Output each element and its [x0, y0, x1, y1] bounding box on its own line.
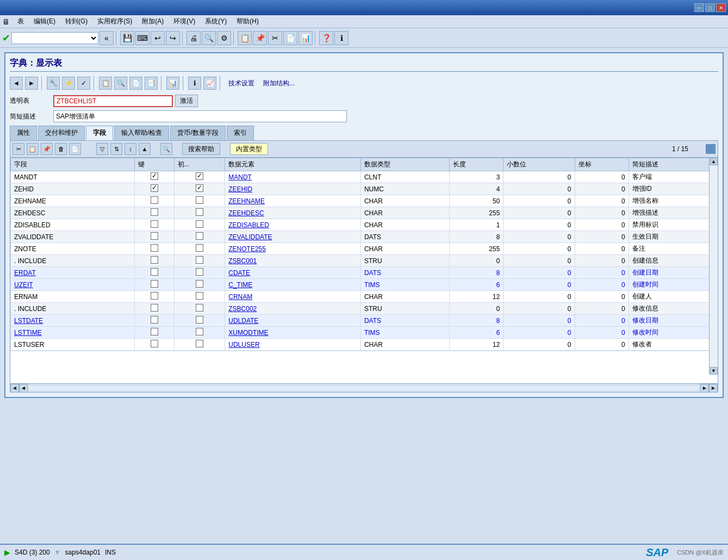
edit-btn[interactable]: 🔧 [47, 77, 60, 90]
checkbox-empty[interactable] [151, 316, 158, 323]
tab-properties[interactable]: 属性 [10, 126, 37, 140]
checkbox-cell[interactable] [174, 255, 225, 267]
checkbox-cell[interactable] [135, 183, 174, 195]
tab-delivery[interactable]: 交付和维护 [38, 126, 85, 140]
data-element-cell[interactable]: UDLDATE [225, 315, 361, 327]
checkbox-empty[interactable] [196, 208, 203, 216]
checkbox-cell[interactable] [135, 255, 174, 267]
checkbox-cell[interactable] [174, 279, 225, 291]
checkbox-cell[interactable] [135, 195, 174, 207]
menu-add[interactable]: 附加(A) [138, 16, 168, 27]
save-btn[interactable]: 💾 [120, 31, 134, 45]
menu-help[interactable]: 帮助(H) [232, 16, 263, 27]
checkbox-empty[interactable] [151, 196, 158, 204]
scroll-left-btn[interactable]: ◄ [10, 384, 19, 393]
transparent-table-input[interactable] [53, 95, 173, 107]
description-input[interactable] [53, 110, 347, 122]
checkbox-checked[interactable] [151, 184, 158, 192]
menu-table[interactable]: 表 [13, 16, 28, 27]
checkbox-empty[interactable] [196, 304, 203, 312]
builtin-type-button[interactable]: 内置类型 [230, 143, 268, 155]
filter-btn[interactable]: ▽ [96, 143, 108, 155]
checkbox-empty[interactable] [151, 340, 158, 347]
data-element-cell[interactable]: ZSBC001 [225, 255, 361, 267]
print-btn[interactable]: 🖨 [186, 31, 201, 45]
maximize-button[interactable]: □ [705, 3, 715, 12]
activate-button[interactable]: 激活 [175, 95, 198, 107]
checkbox-empty[interactable] [196, 340, 203, 347]
create-btn[interactable]: 📄 [283, 31, 297, 45]
checkbox-empty[interactable] [151, 280, 158, 288]
scrollbar-vertical[interactable]: ▲ ▼ [709, 158, 718, 375]
activate-btn[interactable]: ⚡ [62, 77, 75, 90]
checkbox-cell[interactable] [135, 279, 174, 291]
checkbox-cell[interactable] [174, 183, 225, 195]
data-element-cell[interactable]: ZEEHID [225, 183, 361, 195]
checkbox-cell[interactable] [174, 267, 225, 279]
forward-btn[interactable]: ► [25, 77, 38, 90]
checkbox-empty[interactable] [151, 328, 158, 335]
checkbox-cell[interactable] [135, 243, 174, 255]
checkbox-empty[interactable] [196, 232, 203, 240]
tab-fields[interactable]: 字段 [86, 126, 113, 140]
checkbox-cell[interactable] [174, 327, 225, 339]
checkbox-cell[interactable] [174, 231, 225, 243]
find-btn[interactable]: 🔍 [202, 31, 216, 45]
checkbox-checked[interactable] [196, 184, 203, 192]
grid-icon[interactable] [706, 144, 715, 154]
data-element-cell[interactable]: ZENOTE255 [225, 243, 361, 255]
scroll-up-btn[interactable]: ▲ [710, 158, 718, 165]
checkbox-checked[interactable] [151, 172, 158, 180]
checkbox-cell[interactable] [135, 339, 174, 351]
checkbox-empty[interactable] [196, 220, 203, 228]
data-element-cell[interactable]: ZSBC002 [225, 303, 361, 315]
data-element-cell[interactable]: ZEEHNAME [225, 195, 361, 207]
checkbox-cell[interactable] [174, 315, 225, 327]
checkbox-checked[interactable] [196, 172, 203, 180]
scroll-down-btn[interactable]: ▼ [710, 367, 718, 375]
tab-input-help[interactable]: 输入帮助/检查 [114, 126, 169, 140]
checkbox-cell[interactable] [135, 231, 174, 243]
checkbox-cell[interactable] [174, 291, 225, 303]
checkbox-empty[interactable] [196, 292, 203, 300]
checkbox-cell[interactable] [135, 315, 174, 327]
data-element-cell[interactable]: CDATE [225, 267, 361, 279]
menu-goto[interactable]: 转到(G) [61, 16, 92, 27]
checkbox-cell[interactable] [135, 171, 174, 183]
menu-system[interactable]: 系统(Y) [201, 16, 231, 27]
checkbox-cell[interactable] [135, 219, 174, 231]
tab-index[interactable]: 索引 [227, 126, 254, 140]
data-element-cell[interactable]: UDLUSER [225, 339, 361, 351]
tbl-new-btn[interactable]: 📄 [69, 143, 81, 155]
field-name-cell[interactable]: LSTDATE [11, 315, 135, 327]
checkbox-empty[interactable] [196, 196, 203, 204]
chart-btn[interactable]: 📈 [203, 77, 216, 90]
help-btn[interactable]: ❓ [319, 31, 333, 45]
checkbox-cell[interactable] [135, 291, 174, 303]
cut-btn[interactable]: ✂ [13, 143, 24, 155]
field-name-cell[interactable]: LSTTIME [11, 327, 135, 339]
checkbox-empty[interactable] [151, 232, 158, 240]
field-name-cell[interactable]: UZEIT [11, 279, 135, 291]
checkbox-cell[interactable] [174, 339, 225, 351]
info-btn[interactable]: ℹ [334, 31, 349, 45]
checkbox-cell[interactable] [135, 207, 174, 219]
checkbox-empty[interactable] [151, 268, 158, 276]
checkbox-empty[interactable] [151, 256, 158, 264]
checkbox-empty[interactable] [151, 292, 158, 300]
back-btn[interactable]: ◄ [10, 77, 23, 90]
menu-utils[interactable]: 实用程序(S) [93, 16, 136, 27]
field-btn[interactable]: 📑 [145, 77, 158, 90]
checkbox-empty[interactable] [196, 256, 203, 264]
close-button[interactable]: ✕ [716, 3, 726, 12]
scrollbar-horizontal[interactable]: ◄ ◄ ► ► [10, 383, 718, 392]
checkbox-cell[interactable] [174, 171, 225, 183]
data-element-cell[interactable]: ZEVALIDDATE [225, 231, 361, 243]
checkbox-cell[interactable] [174, 303, 225, 315]
sort-btn[interactable]: ⇅ [110, 143, 122, 155]
info2-btn[interactable]: ℹ [188, 77, 201, 90]
where-btn[interactable]: 🔍 [114, 77, 127, 90]
table-btn[interactable]: 📄 [129, 77, 142, 90]
list-btn[interactable]: 📊 [298, 31, 313, 45]
list2-btn[interactable]: 📊 [166, 77, 179, 90]
